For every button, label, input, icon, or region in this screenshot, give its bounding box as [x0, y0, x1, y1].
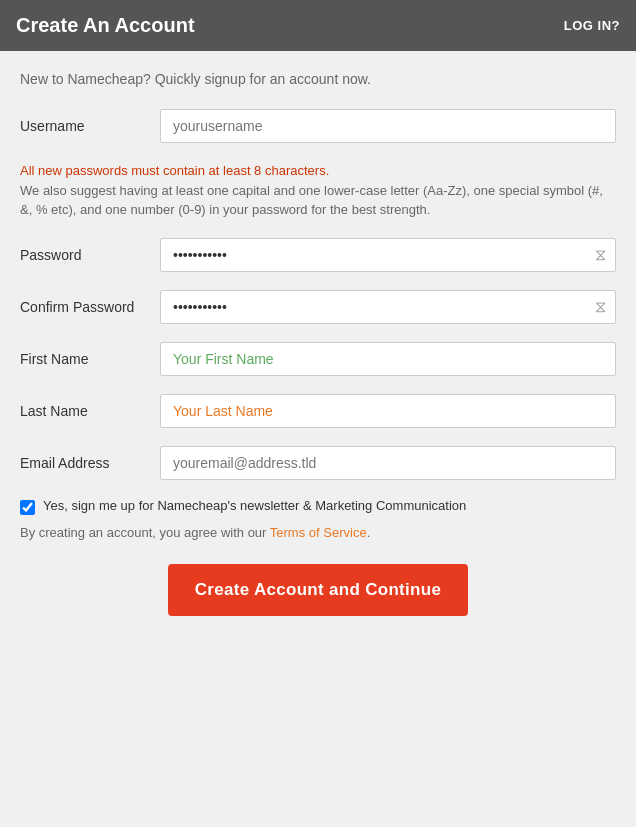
first-name-row: First Name	[20, 342, 616, 376]
terms-text: By creating an account, you agree with o…	[20, 525, 616, 540]
username-input[interactable]	[160, 109, 616, 143]
last-name-input[interactable]	[160, 394, 616, 428]
password-visibility-toggle[interactable]: ⧖	[595, 246, 606, 264]
page-header: Create An Account LOG IN?	[0, 0, 636, 51]
confirm-password-input[interactable]	[160, 290, 616, 324]
last-name-row: Last Name	[20, 394, 616, 428]
confirm-password-visibility-toggle[interactable]: ⧖	[595, 298, 606, 316]
first-name-label: First Name	[20, 351, 160, 367]
password-hint-line2: We also suggest having at least one capi…	[20, 181, 616, 220]
confirm-password-label: Confirm Password	[20, 299, 160, 315]
password-hint: All new passwords must contain at least …	[20, 161, 616, 220]
password-input-wrapper: ⧖	[160, 238, 616, 272]
confirm-password-input-wrapper: ⧖	[160, 290, 616, 324]
password-hint-line1: All new passwords must contain at least …	[20, 161, 616, 181]
username-row: Username	[20, 109, 616, 143]
newsletter-row: Yes, sign me up for Namecheap's newslett…	[20, 498, 616, 515]
subtitle-text: New to Namecheap? Quickly signup for an …	[20, 71, 616, 87]
terms-suffix: .	[367, 525, 371, 540]
last-name-input-wrapper	[160, 394, 616, 428]
username-label: Username	[20, 118, 160, 134]
username-input-wrapper	[160, 109, 616, 143]
last-name-label: Last Name	[20, 403, 160, 419]
create-account-button[interactable]: Create Account and Continue	[168, 564, 468, 616]
email-label: Email Address	[20, 455, 160, 471]
terms-of-service-link[interactable]: Terms of Service	[270, 525, 367, 540]
email-input-wrapper	[160, 446, 616, 480]
terms-prefix: By creating an account, you agree with o…	[20, 525, 270, 540]
email-input[interactable]	[160, 446, 616, 480]
email-row: Email Address	[20, 446, 616, 480]
password-row: Password ⧖	[20, 238, 616, 272]
first-name-input[interactable]	[160, 342, 616, 376]
login-link[interactable]: LOG IN?	[564, 18, 620, 33]
password-input[interactable]	[160, 238, 616, 272]
form-container: New to Namecheap? Quickly signup for an …	[0, 51, 636, 646]
page-title: Create An Account	[16, 14, 195, 37]
confirm-password-row: Confirm Password ⧖	[20, 290, 616, 324]
newsletter-label[interactable]: Yes, sign me up for Namecheap's newslett…	[43, 498, 466, 513]
newsletter-checkbox[interactable]	[20, 500, 35, 515]
password-label: Password	[20, 247, 160, 263]
first-name-input-wrapper	[160, 342, 616, 376]
